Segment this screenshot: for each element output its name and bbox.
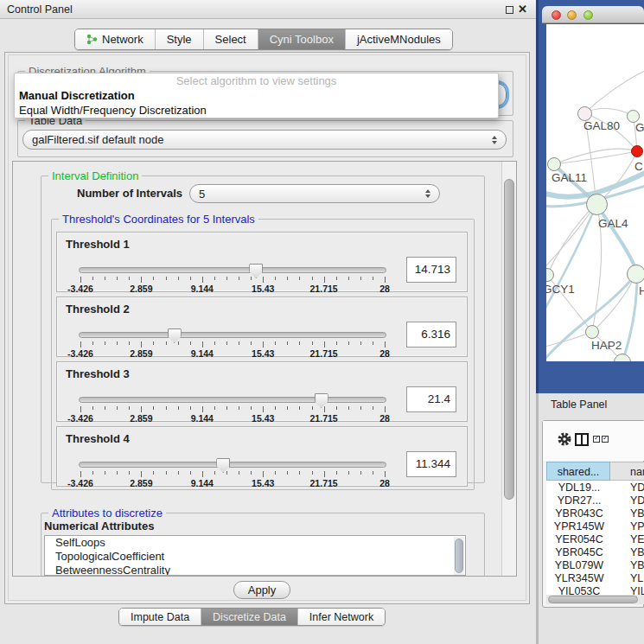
table-row[interactable]: YBL079WYBL0 [546,559,644,572]
table-row[interactable]: YDL19...YDL1 [546,481,644,494]
scrollbar-thumb[interactable] [548,596,638,603]
num-intervals-combobox[interactable]: 5 [189,184,440,203]
threshold-label: Threshold 1 [66,238,130,251]
cell: YLR3 [630,572,644,585]
network-window-titlebar[interactable] [542,6,644,23]
network-icon [86,34,98,45]
cell: YBR0 [630,507,644,520]
tick-label: 21.715 [310,284,338,294]
scrollbar-thumb[interactable] [504,179,514,500]
minimize-light[interactable] [567,10,577,20]
table-row[interactable]: YBR045CYBR0 [546,546,644,559]
dropdown-prompt: Select algorithm to view settings [15,73,498,88]
tick-label: 9.144 [191,413,214,424]
threshold-3-slider[interactable] [79,397,386,403]
cell: YPR145W [548,520,610,533]
checkbox-icon[interactable] [593,436,600,443]
tick-label: 28 [379,284,390,294]
tab-network[interactable]: Network [75,29,156,49]
slider-tick-labels: -3.4262.8599.14415.4321.71528 [80,413,385,423]
threshold-2-value-field[interactable]: 6.316 [406,322,456,348]
table-row[interactable]: YER054CYER0 [546,533,644,546]
tab-cyni-toolbox[interactable]: Cyni Toolbox [258,29,346,49]
algorithm-dropdown-popup: Select algorithm to view settings Manual… [14,73,499,118]
threshold-1-value-field[interactable]: 14.713 [406,257,456,283]
network-node[interactable] [585,325,599,339]
node-label: C [634,160,643,173]
dropdown-option-manual[interactable]: Manual Discretization [15,88,498,103]
tab-label: jActiveMNodules [357,33,441,46]
threshold-3-value-field[interactable]: 21.4 [406,386,456,412]
tab-select[interactable]: Select [204,29,258,49]
slider-ticks [80,277,385,284]
numerical-attributes-list[interactable]: SelfLoops TopologicalCoefficient Between… [44,535,466,576]
cell: YER054C [548,533,610,546]
list-item[interactable]: SelfLoops [45,536,465,550]
tick-label: 15.43 [252,478,274,488]
bottom-tab-bar: Impute Data Discretize Data Infer Networ… [118,608,386,626]
table-row[interactable]: YDR27...YDR2 [546,494,644,507]
group-title: Interval Definition [48,169,142,182]
gear-icon[interactable] [557,431,572,450]
column-header-shared-name[interactable]: shared... [546,462,610,481]
dropdown-option-equal-width[interactable]: Equal Width/Frequency Discretization [15,103,498,118]
tick-label: -3.426 [67,348,93,359]
tab-style[interactable]: Style [156,29,204,49]
list-item[interactable]: TopologicalCoefficient [45,550,465,564]
slider-tick-labels: -3.4262.8599.14415.4321.71528 [80,478,385,488]
threshold-4-panel: Threshold 4 -3.4262.8599.14415.4321.7152… [56,426,468,487]
vertical-scrollbar[interactable] [501,162,516,576]
split-pane-icon[interactable] [575,433,589,446]
threshold-4-slider[interactable] [79,462,386,468]
network-node[interactable] [586,194,608,215]
scrollbar-thumb[interactable] [455,539,463,573]
network-node[interactable] [627,265,644,284]
float-icon[interactable] [506,6,513,14]
table-row[interactable]: YLR345WYLR3 [546,572,644,585]
cell: YDL19... [548,481,610,494]
table-data-combobox[interactable]: galFiltered.sif default node [22,130,507,150]
node-label: GAL11 [552,171,587,184]
horizontal-scrollbar[interactable] [546,595,644,604]
column-header-name[interactable]: name [610,462,644,481]
list-scrollbar[interactable] [454,537,464,575]
close-light[interactable] [552,10,561,20]
tab-impute-data[interactable]: Impute Data [119,609,201,625]
zoom-light[interactable] [583,10,593,20]
tab-discretize-data[interactable]: Discretize Data [201,609,298,625]
tick-label: 28 [379,478,390,488]
threshold-1-slider[interactable] [79,267,386,273]
table-row[interactable]: YBR043CYBR0 [546,507,644,520]
node-table[interactable]: shared... name YDL19...YDL1 YDR27...YDR2… [546,462,644,596]
slider-ticks [80,471,385,478]
combobox-value: 5 [199,188,205,201]
cell: YPR1 [630,520,644,533]
node-label: GAL4 [598,217,628,230]
threshold-4-value-field[interactable]: 11.344 [406,451,456,477]
network-edges [546,24,644,361]
tab-label: Network [102,33,143,46]
tab-jactivemnodules[interactable]: jActiveMNodules [346,29,452,49]
network-node[interactable] [577,106,592,121]
table-row[interactable]: YPR145WYPR1 [546,520,644,533]
threshold-2-panel: Threshold 2 -3.4262.8599.14415.4321.7152… [56,296,468,357]
network-node[interactable] [631,145,643,157]
network-canvas[interactable]: GAL80GCGAL11GAL4GCY1HHAP2 [546,24,644,361]
threshold-label: Threshold 3 [66,367,130,380]
node-label: H [639,284,644,297]
tab-infer-network[interactable]: Infer Network [298,609,385,625]
tick-label: 9.144 [191,284,214,294]
apply-button[interactable]: Apply [233,581,290,599]
threshold-3-panel: Threshold 3 -3.4262.8599.14415.4321.7152… [56,361,468,422]
threshold-label: Threshold 4 [66,432,130,445]
node-label: G [635,121,644,134]
network-node[interactable] [547,157,561,171]
close-icon[interactable]: ✕ [518,3,527,16]
tick-label: 9.144 [191,348,214,359]
slider-tick-labels: -3.4262.8599.14415.4321.71528 [80,284,385,293]
cell: YBR043C [548,507,610,520]
checkbox-icon[interactable] [602,436,609,443]
list-item[interactable]: BetweennessCentrality [45,564,465,576]
tick-label: -3.426 [67,413,93,424]
threshold-2-slider[interactable] [79,332,386,338]
